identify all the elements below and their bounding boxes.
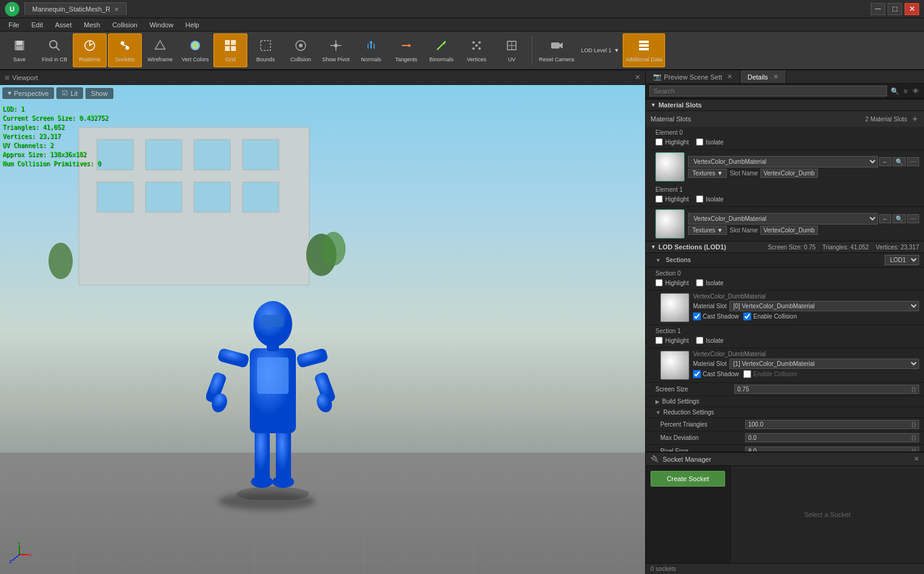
element-1-more-btn[interactable]: ⋯ <box>907 214 919 223</box>
menu-asset[interactable]: Asset <box>49 20 78 30</box>
menu-file[interactable]: File <box>2 20 25 30</box>
viewport-content[interactable]: ▾ Perspective ☑ Lit Show LOD: 1 Current … <box>0 85 645 574</box>
viewport-controls-strip: ▾ Perspective ☑ Lit Show <box>2 87 113 99</box>
element-1-back-btn[interactable]: ← <box>879 214 891 223</box>
section-0-isolate[interactable]: Isolate <box>696 279 723 286</box>
sections-subsection-header[interactable]: ▼ Sections LOD1 <box>646 253 924 268</box>
element-0-highlight-checkbox[interactable] <box>655 138 663 146</box>
toolbar-reset-camera[interactable]: Reset Camera <box>535 33 578 67</box>
section-0-isolate-cb[interactable] <box>696 279 703 286</box>
lod-label: LOD Level 1 <box>581 47 612 53</box>
tab-close[interactable]: ✕ <box>114 6 119 13</box>
normals-icon <box>364 39 378 55</box>
element-0-search-btn[interactable]: 🔍 <box>892 157 906 166</box>
element-0-material-dropdown[interactable]: VertexColor_DumbMaterial <box>688 156 878 167</box>
reduction-settings-header-row[interactable]: ▼ Reduction Settings <box>646 407 924 418</box>
window-close[interactable]: ✕ <box>905 3 919 15</box>
element-1-textures-btn[interactable]: Textures ▼ <box>688 226 727 235</box>
percent-triangles-input[interactable] <box>748 421 911 428</box>
show-label: Show <box>91 90 108 97</box>
section-0-enable-collision-cb[interactable] <box>743 312 751 320</box>
section-1-cast-shadow-cb[interactable] <box>693 370 701 378</box>
toolbar-tangents[interactable]: Tangents <box>389 33 423 67</box>
element-1-isolate-checkbox[interactable] <box>696 195 703 203</box>
element-1-highlight-check[interactable]: Highlight <box>655 195 689 203</box>
screen-size-spinner-icon[interactable]: ⟨⟩ <box>911 386 916 393</box>
toolbar-uv[interactable]: UV <box>495 33 529 67</box>
create-socket-button[interactable]: Create Socket <box>651 471 725 487</box>
camera-icon: 📷 <box>653 73 661 81</box>
section-1-isolate-cb[interactable] <box>696 337 703 344</box>
section-1-highlight[interactable]: Highlight <box>655 337 689 344</box>
toolbar-show-pivot[interactable]: Show Pivot <box>319 33 353 67</box>
preview-tab-close[interactable]: ✕ <box>727 73 732 81</box>
toolbar-bounds[interactable]: Bounds <box>249 33 283 67</box>
menu-mesh[interactable]: Mesh <box>78 20 106 30</box>
element-0-more-btn[interactable]: ⋯ <box>907 157 919 166</box>
section-1-enable-collision-cb[interactable] <box>743 370 751 378</box>
search-input[interactable] <box>649 86 887 96</box>
svg-marker-9 <box>155 41 165 49</box>
toolbar-additional[interactable]: Additional Data <box>623 33 665 67</box>
menu-edit[interactable]: Edit <box>25 20 49 30</box>
section-1-enable-collision-check[interactable]: Enable Collision <box>743 370 797 378</box>
section-0-enable-collision-check[interactable]: Enable Collision <box>743 312 797 320</box>
viewport-perspective-btn[interactable]: ▾ Perspective <box>2 87 54 99</box>
toolbar-sockets[interactable]: Sockets <box>108 33 142 67</box>
viewport-lit-btn[interactable]: ☑ Lit <box>56 87 83 99</box>
menu-help[interactable]: Help <box>179 20 206 30</box>
percent-triangles-spinner[interactable]: ⟨⟩ <box>911 421 916 428</box>
section-0-cast-shadow-check[interactable]: Cast Shadow <box>693 312 738 320</box>
toolbar-realtime[interactable]: Realtime <box>73 33 107 67</box>
toolbar-save[interactable]: Save <box>2 33 36 67</box>
section-1-mat-slot-dropdown[interactable]: [1] VertexColor_DumbMaterial <box>729 359 919 369</box>
toolbar-find-cb[interactable]: Find in CB <box>38 33 72 67</box>
socket-manager-close[interactable]: ✕ <box>914 455 919 463</box>
section-0-mat-slot-dropdown[interactable]: [0] VertexColor_DumbMaterial <box>729 301 919 311</box>
details-tab-close[interactable]: ✕ <box>773 73 778 81</box>
toolbar-lod[interactable]: LOD Level 1 ▼ <box>579 33 621 67</box>
element-1-material-dropdown[interactable]: VertexColor_DumbMaterial <box>688 213 878 225</box>
element-1-highlight-checkbox[interactable] <box>655 195 663 203</box>
lod-dropdown[interactable]: LOD1 <box>885 255 919 265</box>
menu-collision[interactable]: Collision <box>106 20 144 30</box>
section-0-highlight-cb[interactable] <box>655 279 663 286</box>
toolbar-collision[interactable]: Collision <box>284 33 318 67</box>
toolbar-vert-colors[interactable]: Vert Colors <box>178 33 212 67</box>
search-magnifier-icon[interactable]: 🔍 <box>889 86 900 96</box>
window-maximize[interactable]: □ <box>888 3 902 15</box>
tab-preview-scene[interactable]: 📷 Preview Scene Sett ✕ <box>646 70 740 83</box>
toolbar-binormals[interactable]: Binormals <box>424 33 458 67</box>
section-1-isolate[interactable]: Isolate <box>696 337 723 344</box>
section-1-cast-shadow-check[interactable]: Cast Shadow <box>693 370 738 378</box>
toolbar-grid[interactable]: Grid <box>213 33 247 67</box>
element-1-isolate-check[interactable]: Isolate <box>696 195 723 203</box>
material-slots-section-header[interactable]: ▼ Material Slots <box>646 99 924 111</box>
section-1-highlight-cb[interactable] <box>655 337 663 344</box>
section-0-highlight[interactable]: Highlight <box>655 279 689 286</box>
material-slots-add-btn[interactable]: ＋ <box>911 113 919 124</box>
element-0-isolate-check[interactable]: Isolate <box>696 138 723 146</box>
screen-size-input[interactable] <box>737 386 911 393</box>
element-0-isolate-checkbox[interactable] <box>696 138 703 146</box>
max-deviation-spinner[interactable]: ⟨⟩ <box>911 434 916 441</box>
document-tab[interactable]: Mannequin_StaticMesh_R ✕ <box>24 2 127 15</box>
toolbar-wireframe[interactable]: Wireframe <box>143 33 177 67</box>
viewport-close[interactable]: ✕ <box>635 73 640 81</box>
build-settings-row[interactable]: ▶ Build Settings <box>646 396 924 407</box>
element-0-back-btn[interactable]: ← <box>879 157 891 166</box>
search-list-icon[interactable]: ≡ <box>903 86 909 96</box>
window-minimize[interactable]: ─ <box>871 3 885 15</box>
element-0-textures-btn[interactable]: Textures ▼ <box>688 169 727 178</box>
toolbar-normals[interactable]: Normals <box>354 33 388 67</box>
toolbar-vertices[interactable]: Vertices <box>460 33 494 67</box>
menu-window[interactable]: Window <box>144 20 179 30</box>
section-0-cast-shadow-cb[interactable] <box>693 312 701 320</box>
lod-sections-header[interactable]: ▼ LOD Sections (LOD1) Screen Size: 0.75 … <box>646 241 924 253</box>
element-1-search-btn[interactable]: 🔍 <box>892 214 906 223</box>
tab-details[interactable]: Details ✕ <box>740 70 786 83</box>
viewport-show-btn[interactable]: Show <box>85 88 113 99</box>
max-deviation-input[interactable] <box>748 434 911 441</box>
element-0-highlight-check[interactable]: Highlight <box>655 138 689 146</box>
search-eye-icon[interactable]: 👁 <box>911 86 920 96</box>
